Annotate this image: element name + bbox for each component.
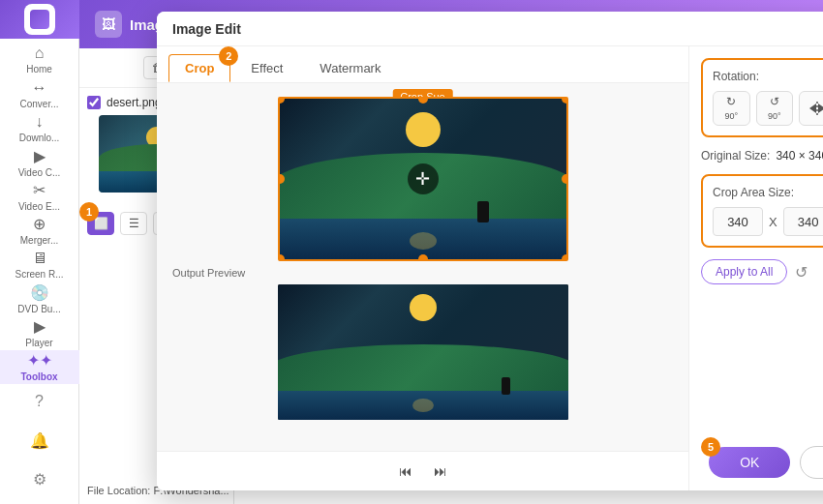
dvd-icon: 💿	[30, 283, 49, 302]
rotation-section: Rotation: ↻90° ↺90°	[701, 58, 823, 137]
tab-watermark[interactable]: Watermark	[303, 54, 397, 82]
dialog-body: 2 Crop Effect Watermark Crop Sue	[157, 46, 823, 490]
figure-decoration	[477, 201, 489, 222]
output-preview-wrapper	[278, 284, 568, 420]
rotate-cw-icon: ↻90°	[724, 95, 738, 122]
rotate-cw-button[interactable]: ↻90°	[713, 91, 750, 126]
image-edit-dialog: Image Edit ✕ 2 Crop Effect Watermark	[157, 12, 823, 490]
dialog-footer: 5 OK Cancel	[709, 446, 823, 479]
right-panel: 3 Rotation: ↻90° ↺90°	[689, 46, 823, 490]
sidebar-item-label: DVD Bu...	[17, 304, 60, 314]
player-icon: ▶	[34, 317, 46, 336]
crop-height-input[interactable]	[783, 207, 823, 236]
tabs-bar: 2 Crop Effect Watermark	[157, 46, 688, 83]
output-hills	[278, 344, 568, 393]
sidebar-item-label: Home	[26, 64, 52, 74]
rotate-ccw-icon: ↺90°	[768, 95, 781, 122]
sidebar-bottom: ? 🔔 ⚙	[0, 384, 79, 504]
video-edit-icon: ✂	[33, 181, 46, 199]
list-action-button[interactable]: ☰	[120, 212, 147, 235]
output-reflection	[412, 399, 434, 412]
sidebar-item-label: Conver...	[19, 99, 58, 109]
sidebar-item-player[interactable]: ▶ Player	[0, 315, 79, 349]
rotation-label: Rotation:	[713, 70, 823, 83]
cancel-button[interactable]: Cancel	[800, 446, 823, 479]
crop-move-handle[interactable]: ✛	[408, 163, 439, 194]
rotate-ccw-button[interactable]: ↺90°	[756, 91, 794, 126]
sidebar-item-label: Toolbox	[20, 371, 57, 382]
crop-x-separator: X	[769, 215, 777, 229]
reflection-decoration	[410, 232, 437, 250]
output-preview-label: Output Preview	[172, 267, 245, 279]
main-area: 🖼 Image Converter 🗑 Delete All desert.pn…	[79, 0, 823, 504]
next-button[interactable]: ⏭	[429, 460, 452, 483]
file-name: desert.png	[107, 96, 162, 109]
crop-width-input[interactable]	[713, 207, 763, 236]
moon-decoration	[406, 112, 441, 147]
sidebar-item-label: Downlo...	[19, 133, 60, 143]
dialog-titlebar: Image Edit ✕	[157, 12, 823, 46]
tab-effect[interactable]: Effect	[234, 54, 299, 82]
output-moon	[410, 294, 437, 321]
ok-button[interactable]: OK	[709, 447, 790, 478]
sidebar-item-label: Player	[25, 338, 52, 348]
converter-header-icon: 🖼	[95, 11, 122, 38]
convert-icon: ↔	[32, 79, 47, 97]
rotation-buttons: ↻90° ↺90°	[713, 91, 823, 126]
crop-handle-mr[interactable]	[562, 174, 568, 184]
app-logo	[0, 0, 79, 39]
settings-icon[interactable]: ⚙	[0, 461, 79, 496]
size-info: Original Size: 340 × 340	[701, 149, 823, 163]
sidebar-item-home[interactable]: ⌂ Home	[0, 43, 79, 76]
refresh-icon[interactable]: ↺	[795, 263, 808, 282]
apply-all-row: Apply to All ↺	[701, 259, 823, 284]
original-size-value: 340 × 340	[776, 149, 823, 163]
notification-icon[interactable]: 🔔	[0, 423, 79, 458]
sidebar-item-video-convert[interactable]: ▶ Video C...	[0, 145, 79, 179]
dialog-title: Image Edit	[172, 21, 241, 37]
crop-handle-bl[interactable]	[278, 254, 285, 261]
merger-icon: ⊕	[33, 215, 46, 233]
sidebar-item-download[interactable]: ↓ Downlo...	[0, 111, 79, 145]
sidebar-item-toolbox[interactable]: ✦✦ Toolbox	[0, 350, 79, 384]
crop-image-wrapper[interactable]: ✛	[278, 97, 568, 261]
apply-all-button[interactable]: Apply to All	[701, 259, 787, 284]
sidebar-item-video-edit[interactable]: ✂ Video E...	[0, 179, 79, 213]
sidebar-item-convert[interactable]: ↔ Conver...	[0, 76, 79, 110]
badge-1: 1	[79, 202, 99, 222]
sidebar-item-label: Video E...	[18, 201, 60, 212]
crop-area-section: Crop Area Size: X Align Center	[701, 174, 823, 248]
sidebar: ⌂ Home ↔ Conver... ↓ Downlo... ▶ Video C…	[0, 0, 79, 504]
media-controls: ⏮ ⏭	[157, 451, 688, 490]
output-figure	[502, 377, 510, 395]
sidebar-item-label: Merger...	[20, 235, 58, 246]
file-checkbox[interactable]	[87, 96, 101, 109]
crop-inputs: X Align Center	[713, 207, 823, 236]
crop-handle-br[interactable]	[562, 254, 568, 261]
sidebar-item-label: Screen R...	[15, 269, 63, 280]
video-convert-icon: ▶	[34, 147, 46, 165]
sidebar-item-screen[interactable]: 🖥 Screen R...	[0, 248, 79, 282]
crop-handle-bm[interactable]	[418, 254, 428, 261]
preview-area: 2 Crop Effect Watermark Crop Sue	[157, 46, 689, 490]
toolbox-icon: ✦✦	[27, 351, 52, 370]
flip-h-button[interactable]	[799, 91, 823, 126]
svg-marker-1	[809, 104, 816, 113]
home-icon: ⌂	[35, 44, 45, 62]
crop-preview-container: Crop Sue ✛	[157, 83, 688, 451]
download-icon: ↓	[36, 113, 44, 131]
original-size-label: Original Size:	[701, 149, 770, 163]
crop-area-label: Crop Area Size:	[713, 186, 823, 199]
sidebar-item-dvd[interactable]: 💿 DVD Bu...	[0, 282, 79, 315]
prev-button[interactable]: ⏮	[394, 460, 417, 483]
help-icon[interactable]: ?	[0, 384, 79, 419]
sidebar-item-merger[interactable]: ⊕ Merger...	[0, 214, 79, 248]
output-bg	[278, 284, 568, 420]
flip-h-icon	[808, 100, 823, 117]
sidebar-item-label: Video C...	[18, 167, 61, 178]
screen-icon: 🖥	[32, 250, 47, 267]
svg-marker-2	[818, 104, 823, 113]
